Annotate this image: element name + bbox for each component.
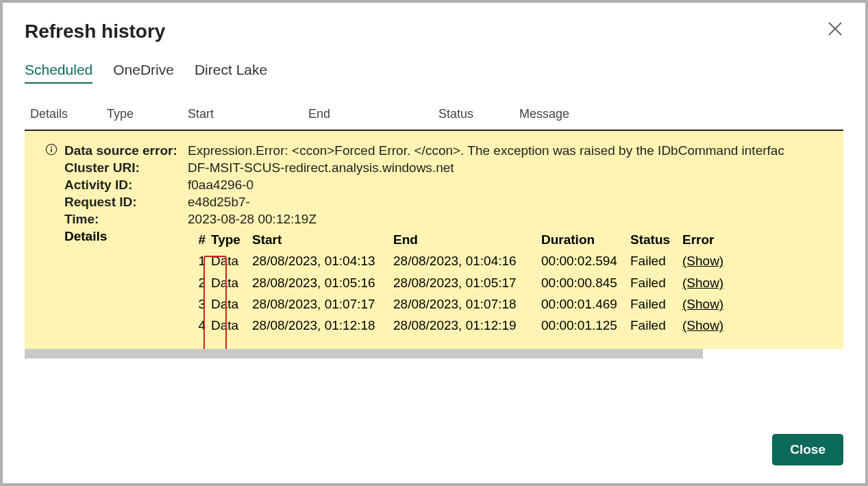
field-cluster-uri: Cluster URI: DF-MSIT-SCUS-redirect.analy… (48, 160, 827, 175)
value-activity-id: f0aa4296-0 (188, 178, 827, 193)
dh-error: Error (682, 229, 730, 250)
tab-bar: Scheduled OneDrive Direct Lake (25, 62, 843, 84)
value-cluster-uri: DF-MSIT-SCUS-redirect.analysis.windows.n… (188, 160, 827, 175)
cell-duration: 00:00:00.845 (541, 272, 630, 293)
history-table-header: Details Type Start End Status Message (25, 107, 843, 131)
cell-start: 28/08/2023, 01:12:18 (252, 315, 393, 336)
cell-duration: 00:00:02.594 (541, 250, 630, 271)
cell-type: Data (211, 250, 252, 271)
dh-status: Status (630, 229, 682, 250)
value-data-source-error: Expression.Error: <ccon>Forced Error. </… (188, 143, 827, 158)
cell-status: Failed (630, 272, 682, 293)
table-row: 4 Data 28/08/2023, 01:12:18 28/08/2023, … (188, 315, 827, 336)
tab-onedrive[interactable]: OneDrive (113, 62, 174, 84)
details-table-header: # Type Start End Duration Status Error (188, 229, 827, 250)
error-details-panel: Data source error: Expression.Error: <cc… (25, 131, 843, 349)
close-button[interactable]: Close (772, 434, 843, 465)
col-status: Status (438, 107, 519, 121)
cell-status: Failed (630, 250, 682, 271)
show-error-link[interactable]: (Show) (682, 250, 730, 271)
dialog-title: Refresh history (25, 21, 165, 42)
horizontal-scrollbar[interactable] (25, 349, 703, 359)
dh-type: Type (211, 229, 252, 250)
label-request-id: Request ID: (48, 195, 188, 210)
label-time: Time: (48, 212, 188, 227)
dialog-header: Refresh history (25, 21, 843, 42)
cell-type: Data (211, 315, 252, 336)
show-error-link[interactable]: (Show) (682, 315, 730, 336)
field-data-source-error: Data source error: Expression.Error: <cc… (48, 143, 827, 158)
cell-duration: 00:00:01.125 (541, 315, 630, 336)
field-request-id: Request ID: e48d25b7- (48, 195, 827, 210)
close-icon[interactable] (827, 21, 843, 37)
cell-start: 28/08/2023, 01:05:16 (252, 272, 393, 293)
cell-duration: 00:00:01.469 (541, 293, 630, 315)
show-error-link[interactable]: (Show) (682, 293, 730, 315)
cell-num: 3 (188, 293, 211, 315)
cell-status: Failed (630, 293, 682, 315)
dh-start: Start (252, 229, 393, 250)
table-row: 3 Data 28/08/2023, 01:07:17 28/08/2023, … (188, 293, 827, 315)
show-error-link[interactable]: (Show) (682, 272, 730, 293)
col-end: End (308, 107, 438, 121)
svg-rect-2 (51, 149, 52, 152)
cell-status: Failed (630, 315, 682, 336)
cell-start: 28/08/2023, 01:04:13 (252, 250, 393, 271)
col-start: Start (188, 107, 308, 121)
dh-num: # (188, 229, 211, 250)
cell-type: Data (211, 272, 252, 293)
details-table: # Type Start End Duration Status Error 1… (188, 229, 827, 337)
table-row: 2 Data 28/08/2023, 01:05:16 28/08/2023, … (188, 272, 827, 293)
table-row: 1 Data 28/08/2023, 01:04:13 28/08/2023, … (188, 250, 827, 271)
dialog-footer: Close (25, 420, 843, 465)
cell-num: 1 (188, 250, 211, 271)
dh-duration: Duration (541, 229, 630, 250)
tab-direct-lake[interactable]: Direct Lake (195, 62, 267, 84)
cell-end: 28/08/2023, 01:04:16 (393, 250, 541, 271)
tab-scheduled[interactable]: Scheduled (25, 62, 92, 84)
cell-end: 28/08/2023, 01:05:17 (393, 272, 541, 293)
cell-end: 28/08/2023, 01:07:18 (393, 293, 541, 315)
value-request-id: e48d25b7- (188, 195, 827, 210)
cell-type: Data (211, 293, 252, 315)
field-details: Details # Type Start End Duration Status… (48, 229, 827, 337)
info-icon (45, 143, 59, 157)
label-data-source-error: Data source error: (48, 143, 188, 158)
label-activity-id: Activity ID: (48, 178, 188, 193)
col-details: Details (25, 107, 107, 121)
field-time: Time: 2023-08-28 00:12:19Z (48, 212, 827, 227)
cell-num: 4 (188, 315, 211, 336)
cell-num: 2 (188, 272, 211, 293)
cell-start: 28/08/2023, 01:07:17 (252, 293, 393, 315)
label-details: Details (48, 229, 188, 337)
refresh-history-dialog: Refresh history Scheduled OneDrive Direc… (3, 3, 865, 483)
field-activity-id: Activity ID: f0aa4296-0 (48, 178, 827, 193)
col-message: Message (519, 107, 843, 121)
col-type: Type (107, 107, 188, 121)
svg-point-1 (51, 146, 52, 147)
cell-end: 28/08/2023, 01:12:19 (393, 315, 541, 336)
label-cluster-uri: Cluster URI: (48, 160, 188, 175)
value-time: 2023-08-28 00:12:19Z (188, 212, 827, 227)
dh-end: End (393, 229, 541, 250)
